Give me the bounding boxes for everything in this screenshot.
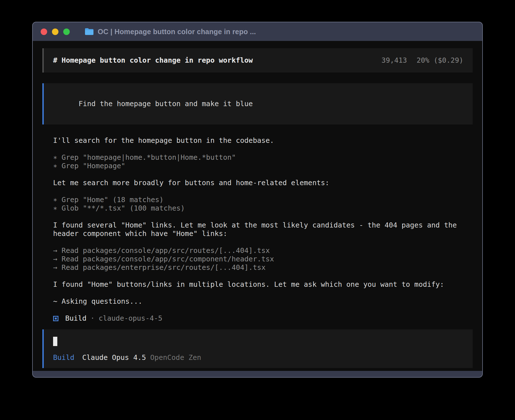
tool-call-group: → Read packages/console/app/src/routes/[…	[53, 246, 467, 272]
session-header: # Homepage button color change in repo w…	[42, 48, 473, 73]
agent-attribution: Build · claude-opus-4-5	[53, 314, 467, 323]
zoom-button[interactable]	[63, 29, 70, 35]
text-cursor	[53, 337, 57, 346]
assistant-paragraph: Let me search more broadly for buttons a…	[53, 179, 467, 187]
tool-call-group: ∗ Grep "homepage|home.*button|Home.*butt…	[53, 153, 467, 170]
folder-icon	[84, 28, 93, 35]
model-provider-label: OpenCode Zen	[150, 353, 201, 362]
agent-separator: ·	[90, 314, 95, 323]
window-bottom-frame	[33, 371, 482, 377]
token-count: 39,413	[381, 56, 407, 65]
grep-tool-call: ∗ Grep "Homepage"	[53, 162, 467, 170]
assistant-response: I'll search for the homepage button in t…	[42, 136, 473, 323]
read-tool-call: → Read packages/console/app/src/componen…	[53, 255, 467, 263]
assistant-paragraph: I found "Home" buttons/links in multiple…	[53, 280, 467, 289]
tool-call-group: ∗ Grep "Home" (18 matches) ∗ Glob "**/*.…	[53, 196, 467, 213]
agent-model: claude-opus-4-5	[99, 314, 162, 323]
user-message: Find the homepage button and make it blu…	[42, 83, 473, 124]
session-stats: 39,413 20% ($0.29)	[381, 56, 463, 65]
close-button[interactable]	[41, 29, 47, 35]
titlebar-title-group: OC | Homepage button color change in rep…	[84, 28, 256, 36]
agent-name: Build	[65, 314, 86, 323]
asking-questions-status: ~ Asking questions...	[53, 297, 467, 306]
prompt-input[interactable]: Build Claude Opus 4.5 OpenCode Zen	[42, 329, 473, 368]
traffic-lights	[41, 29, 70, 35]
minimize-button[interactable]	[52, 29, 58, 35]
read-tool-call: → Read packages/console/app/src/routes/[…	[53, 246, 467, 255]
assistant-paragraph: I'll search for the homepage button in t…	[53, 136, 467, 145]
active-model-label[interactable]: Claude Opus 4.5	[82, 353, 146, 362]
terminal-content: # Homepage button color change in repo w…	[33, 41, 482, 371]
session-title: # Homepage button color change in repo w…	[53, 56, 253, 65]
user-message-text: Find the homepage button and make it blu…	[78, 100, 253, 108]
context-cost: 20% ($0.29)	[416, 56, 463, 65]
glob-tool-call: ∗ Glob "**/*.tsx" (100 matches)	[53, 204, 467, 213]
active-agent-label[interactable]: Build	[53, 353, 74, 362]
agent-build-icon	[53, 316, 58, 321]
titlebar[interactable]: OC | Homepage button color change in rep…	[33, 22, 482, 41]
assistant-paragraph: I found several "Home" links. Let me loo…	[53, 221, 467, 238]
grep-tool-call: ∗ Grep "Home" (18 matches)	[53, 196, 467, 204]
input-model-row: Build Claude Opus 4.5 OpenCode Zen	[53, 353, 463, 362]
window-title: OC | Homepage button color change in rep…	[98, 28, 256, 36]
terminal-window: OC | Homepage button color change in rep…	[32, 22, 483, 378]
grep-tool-call: ∗ Grep "homepage|home.*button|Home.*butt…	[53, 153, 467, 162]
read-tool-call: → Read packages/enterprise/src/routes/[.…	[53, 263, 467, 272]
